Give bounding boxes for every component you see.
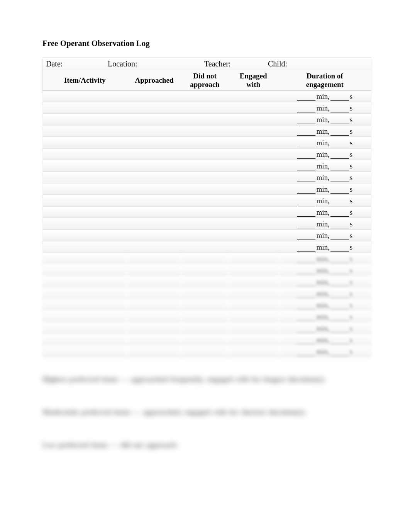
cell-approached[interactable]: [127, 311, 181, 323]
duration-sec-blank[interactable]: [330, 337, 349, 344]
cell-approached[interactable]: [127, 160, 181, 172]
cell-did-not[interactable]: [181, 102, 228, 114]
duration-min-blank[interactable]: [297, 302, 315, 309]
cell-approached[interactable]: [127, 218, 181, 230]
duration-min-blank[interactable]: [297, 163, 315, 170]
cell-duration[interactable]: min, s: [279, 218, 371, 230]
cell-engaged[interactable]: [228, 346, 279, 357]
cell-item[interactable]: [42, 299, 127, 311]
duration-sec-blank[interactable]: [330, 163, 349, 170]
cell-item[interactable]: [42, 276, 127, 288]
duration-min-blank[interactable]: [297, 279, 315, 286]
cell-item[interactable]: [42, 195, 127, 207]
cell-duration[interactable]: min, s: [279, 323, 371, 334]
cell-item[interactable]: [42, 207, 127, 218]
duration-min-blank[interactable]: [297, 198, 315, 205]
cell-engaged[interactable]: [228, 218, 279, 230]
duration-sec-blank[interactable]: [330, 151, 349, 159]
duration-sec-blank[interactable]: [330, 140, 349, 147]
cell-did-not[interactable]: [181, 207, 228, 218]
duration-min-blank[interactable]: [297, 244, 315, 252]
duration-min-blank[interactable]: [297, 221, 315, 228]
cell-engaged[interactable]: [228, 288, 279, 299]
cell-approached[interactable]: [127, 126, 181, 137]
cell-did-not[interactable]: [181, 346, 228, 357]
cell-approached[interactable]: [127, 137, 181, 149]
duration-min-blank[interactable]: [297, 105, 315, 112]
cell-approached[interactable]: [127, 299, 181, 311]
cell-did-not[interactable]: [181, 276, 228, 288]
cell-item[interactable]: [42, 346, 127, 357]
duration-sec-blank[interactable]: [330, 279, 349, 286]
cell-approached[interactable]: [127, 230, 181, 241]
duration-sec-blank[interactable]: [330, 198, 349, 205]
cell-item[interactable]: [42, 253, 127, 265]
cell-duration[interactable]: min, s: [279, 195, 371, 207]
cell-duration[interactable]: min, s: [279, 346, 371, 357]
cell-engaged[interactable]: [228, 299, 279, 311]
cell-did-not[interactable]: [181, 195, 228, 207]
cell-did-not[interactable]: [181, 114, 228, 126]
cell-did-not[interactable]: [181, 288, 228, 299]
cell-item[interactable]: [42, 184, 127, 195]
cell-approached[interactable]: [127, 149, 181, 160]
cell-duration[interactable]: min, s: [279, 172, 371, 184]
cell-duration[interactable]: min, s: [279, 288, 371, 299]
cell-approached[interactable]: [127, 207, 181, 218]
cell-item[interactable]: [42, 172, 127, 184]
cell-duration[interactable]: min, s: [279, 253, 371, 265]
cell-duration[interactable]: min, s: [279, 184, 371, 195]
cell-duration[interactable]: min, s: [279, 114, 371, 126]
cell-did-not[interactable]: [181, 311, 228, 323]
cell-item[interactable]: [42, 218, 127, 230]
cell-duration[interactable]: min, s: [279, 241, 371, 253]
cell-item[interactable]: [42, 288, 127, 299]
cell-did-not[interactable]: [181, 184, 228, 195]
cell-engaged[interactable]: [228, 172, 279, 184]
cell-duration[interactable]: min, s: [279, 126, 371, 137]
cell-item[interactable]: [42, 334, 127, 346]
duration-sec-blank[interactable]: [330, 244, 349, 252]
duration-sec-blank[interactable]: [330, 325, 349, 333]
cell-duration[interactable]: min, s: [279, 137, 371, 149]
cell-item[interactable]: [42, 91, 127, 102]
cell-item[interactable]: [42, 160, 127, 172]
cell-approached[interactable]: [127, 346, 181, 357]
cell-item[interactable]: [42, 323, 127, 334]
cell-did-not[interactable]: [181, 149, 228, 160]
duration-min-blank[interactable]: [297, 209, 315, 217]
duration-sec-blank[interactable]: [330, 221, 349, 228]
duration-min-blank[interactable]: [297, 175, 315, 182]
cell-engaged[interactable]: [228, 126, 279, 137]
cell-engaged[interactable]: [228, 149, 279, 160]
cell-engaged[interactable]: [228, 91, 279, 102]
cell-approached[interactable]: [127, 172, 181, 184]
cell-item[interactable]: [42, 311, 127, 323]
duration-min-blank[interactable]: [297, 256, 315, 263]
duration-min-blank[interactable]: [297, 314, 315, 321]
cell-approached[interactable]: [127, 276, 181, 288]
cell-did-not[interactable]: [181, 253, 228, 265]
cell-approached[interactable]: [127, 265, 181, 276]
duration-min-blank[interactable]: [297, 348, 315, 356]
cell-did-not[interactable]: [181, 265, 228, 276]
duration-sec-blank[interactable]: [330, 175, 349, 182]
cell-did-not[interactable]: [181, 299, 228, 311]
duration-sec-blank[interactable]: [330, 209, 349, 217]
cell-did-not[interactable]: [181, 218, 228, 230]
duration-min-blank[interactable]: [297, 267, 315, 275]
duration-sec-blank[interactable]: [330, 233, 349, 240]
cell-item[interactable]: [42, 265, 127, 276]
cell-item[interactable]: [42, 149, 127, 160]
duration-sec-blank[interactable]: [330, 256, 349, 263]
cell-approached[interactable]: [127, 323, 181, 334]
cell-engaged[interactable]: [228, 137, 279, 149]
cell-did-not[interactable]: [181, 230, 228, 241]
duration-sec-blank[interactable]: [330, 314, 349, 321]
cell-did-not[interactable]: [181, 126, 228, 137]
cell-item[interactable]: [42, 126, 127, 137]
cell-duration[interactable]: min, s: [279, 91, 371, 102]
duration-sec-blank[interactable]: [330, 302, 349, 309]
cell-duration[interactable]: min, s: [279, 102, 371, 114]
cell-engaged[interactable]: [228, 160, 279, 172]
